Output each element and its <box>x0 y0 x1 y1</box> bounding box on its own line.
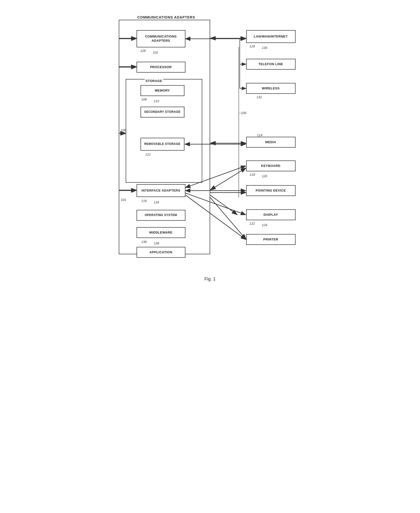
removable-storage-box: REMOVABLE STORAGE <box>140 138 184 151</box>
num-112: 112 <box>145 153 151 156</box>
num-118: 118 <box>250 173 255 177</box>
storage-label: STORAGE <box>145 79 163 83</box>
fig-label: Fig. 1 <box>104 276 316 282</box>
num-134: 134 <box>154 200 159 204</box>
num-120: 120 <box>262 174 267 178</box>
operating-system-box: OPERATING SYSTEM <box>137 210 185 221</box>
num-126: 126 <box>140 49 146 53</box>
num-138: 138 <box>154 241 159 245</box>
num-136: 136 <box>141 240 147 244</box>
printer-box: PRINTER <box>246 234 296 245</box>
telefon-line-box: TELEFON LINE <box>246 59 296 70</box>
svg-line-14 <box>210 168 246 190</box>
keyboard-box: KEYBOARD <box>246 160 296 171</box>
num-116: 116 <box>141 199 147 203</box>
wireless-box: WIRELESS <box>246 83 296 94</box>
page-container: COMMUNICATIONS ADAPTERS COMMUNICATIONS A… <box>99 5 321 292</box>
diagram-area: COMMUNICATIONS ADAPTERS COMMUNICATIONS A… <box>104 12 316 272</box>
interface-adapters-box: INTERFACE ADAPTERS <box>137 184 185 197</box>
secondary-storage-box: SECONDARY STORAGE <box>140 107 184 118</box>
computing-device-label: COMMUNICATIONS ADAPTERS <box>136 15 197 19</box>
svg-line-17 <box>210 197 246 239</box>
display-box: DISPLAY <box>246 209 296 220</box>
num-104: 104 <box>121 198 126 202</box>
pointing-device-box: POINTING DEVICE <box>246 185 296 196</box>
processor-box: PROCESSOR <box>137 62 185 73</box>
num-108: 108 <box>141 98 147 101</box>
svg-line-16 <box>210 195 237 215</box>
memory-box: MEMORY <box>140 85 184 96</box>
num-102: 102 <box>153 51 158 54</box>
media-box: MEDIA <box>246 137 296 148</box>
num-100: ~100 <box>239 111 246 115</box>
num-132: 132 <box>257 95 262 99</box>
num-106: 106 <box>121 128 126 132</box>
communications-adapters-box: COMMUNICATIONS ADAPTERS <box>137 30 185 47</box>
num-124: 124 <box>262 223 267 227</box>
num-128: 128 <box>250 44 255 48</box>
application-box: APPLICATION <box>137 247 185 258</box>
num-130: 130 <box>262 46 267 50</box>
num-110: 110 <box>154 99 159 103</box>
lan-wan-box: LAN/WAN/INTERNET <box>246 30 296 43</box>
num-122: 122 <box>250 222 255 225</box>
middleware-box: MIDDLEWARE <box>137 227 185 238</box>
num-114: 114 <box>257 133 262 137</box>
